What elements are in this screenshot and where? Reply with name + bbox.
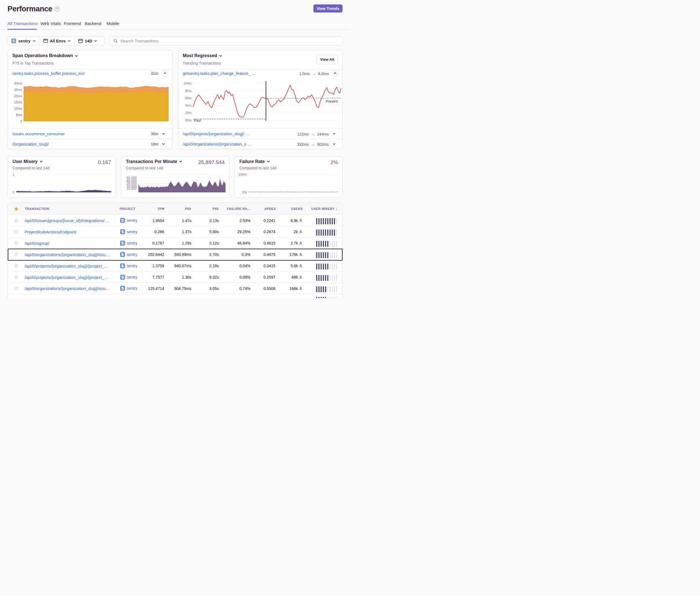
svg-text:?: ? [56,7,58,10]
